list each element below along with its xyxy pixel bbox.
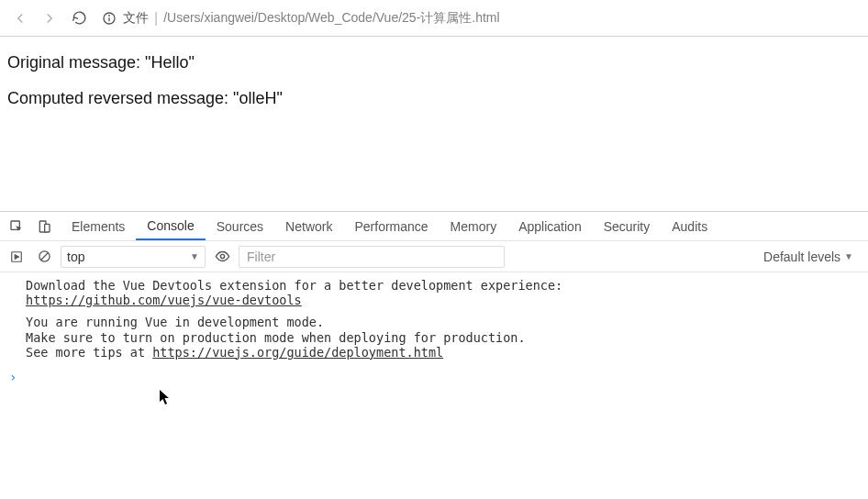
chevron-down-icon: ▼ bbox=[190, 251, 199, 261]
forward-button[interactable] bbox=[37, 6, 62, 31]
svg-line-9 bbox=[40, 253, 48, 261]
addr-path: /Users/xiangwei/Desktop/Web_Code/Vue/25-… bbox=[163, 10, 499, 27]
live-expression-button[interactable] bbox=[211, 246, 233, 268]
log-link[interactable]: https://github.com/vuejs/vue-devtools bbox=[26, 293, 302, 307]
forward-icon bbox=[41, 10, 58, 27]
svg-point-2 bbox=[109, 15, 110, 16]
tab-performance[interactable]: Performance bbox=[343, 212, 439, 240]
back-button[interactable] bbox=[7, 6, 33, 31]
toggle-sidebar-button[interactable] bbox=[6, 246, 28, 268]
svg-marker-7 bbox=[15, 254, 18, 259]
log-message: You are running Vue in development mode.… bbox=[26, 315, 861, 360]
log-link[interactable]: https://vuejs.org/guide/deployment.html bbox=[152, 345, 443, 360]
tab-elements[interactable]: Elements bbox=[61, 212, 136, 240]
inspect-element-button[interactable] bbox=[6, 216, 28, 238]
reload-button[interactable] bbox=[66, 6, 92, 31]
device-icon bbox=[37, 219, 51, 234]
play-icon bbox=[10, 250, 23, 263]
filter-input[interactable] bbox=[239, 246, 505, 268]
console-log-area[interactable]: Download the Vue Devtools extension for … bbox=[0, 272, 868, 499]
eye-icon bbox=[215, 249, 230, 264]
tab-audits[interactable]: Audits bbox=[661, 212, 718, 240]
clear-console-button[interactable] bbox=[33, 246, 55, 268]
browser-toolbar: 文件 | /Users/xiangwei/Desktop/Web_Code/Vu… bbox=[0, 0, 868, 37]
info-icon bbox=[101, 10, 117, 27]
log-message: Download the Vue Devtools extension for … bbox=[26, 278, 861, 307]
tab-network[interactable]: Network bbox=[274, 212, 343, 240]
original-message-line: Original message: "Hello" bbox=[7, 53, 861, 72]
svg-rect-5 bbox=[45, 224, 50, 232]
context-selected-label: top bbox=[67, 250, 84, 264]
tab-memory[interactable]: Memory bbox=[440, 212, 508, 240]
address-bar[interactable]: 文件 | /Users/xiangwei/Desktop/Web_Code/Vu… bbox=[101, 6, 861, 31]
console-prompt-icon: › bbox=[9, 370, 17, 385]
context-selector[interactable]: top ▼ bbox=[61, 246, 206, 268]
tab-security[interactable]: Security bbox=[593, 212, 662, 240]
addr-file-label: 文件 bbox=[123, 10, 149, 27]
back-icon bbox=[12, 10, 28, 27]
devtools-panel: ElementsConsoleSourcesNetworkPerformance… bbox=[0, 211, 868, 499]
device-toolbar-button[interactable] bbox=[33, 216, 55, 238]
tab-application[interactable]: Application bbox=[507, 212, 593, 240]
devtools-tabbar: ElementsConsoleSourcesNetworkPerformance… bbox=[0, 212, 868, 241]
reload-icon bbox=[72, 10, 87, 26]
tab-sources[interactable]: Sources bbox=[206, 212, 274, 240]
chevron-down-icon: ▼ bbox=[844, 251, 853, 261]
log-levels-selector[interactable]: Default levels ▼ bbox=[763, 250, 853, 264]
reversed-message-line: Computed reversed message: "olleH" bbox=[7, 89, 861, 108]
addr-separator: | bbox=[154, 10, 158, 27]
page-content: Original message: "Hello" Computed rever… bbox=[0, 37, 868, 134]
tab-console[interactable]: Console bbox=[136, 212, 205, 240]
clear-icon bbox=[38, 250, 51, 263]
svg-point-10 bbox=[220, 254, 224, 258]
console-toolbar: top ▼ Default levels ▼ bbox=[0, 241, 868, 272]
inspect-icon bbox=[9, 219, 24, 234]
log-levels-label: Default levels bbox=[763, 250, 840, 264]
